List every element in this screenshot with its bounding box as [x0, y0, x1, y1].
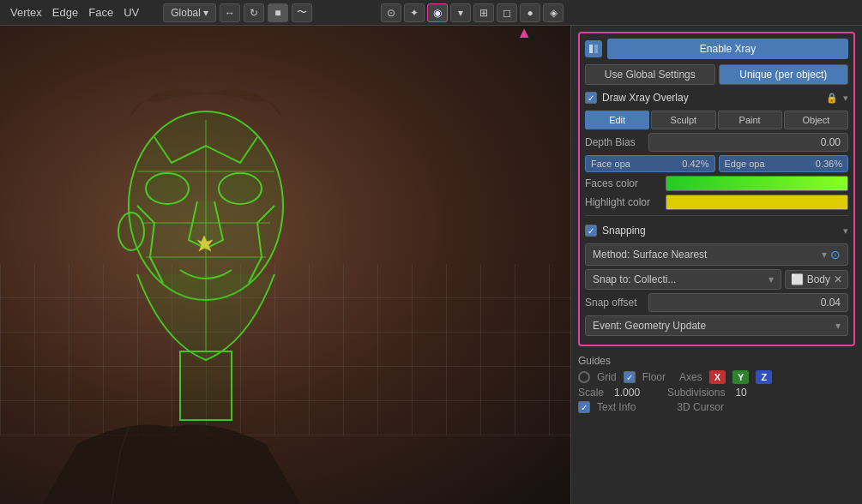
- floor-checkbox[interactable]: ✓: [624, 371, 636, 383]
- menu-face[interactable]: Face: [85, 4, 117, 21]
- floor-label: Floor: [642, 371, 666, 383]
- body-icon: ⬜: [791, 273, 804, 285]
- body-close-button[interactable]: ✕: [834, 273, 842, 285]
- enable-xray-button[interactable]: Enable Xray: [607, 39, 848, 59]
- menu-uv[interactable]: UV: [120, 4, 142, 21]
- axis-y-button[interactable]: Y: [732, 370, 749, 384]
- snapping-header: ✓ Snapping ▾: [585, 221, 848, 240]
- divider-1: [585, 215, 848, 216]
- axis-z-button[interactable]: Z: [756, 370, 772, 384]
- axes-label: Axes: [679, 371, 702, 383]
- sphere-icon[interactable]: ●: [520, 3, 540, 22]
- face-opa-value: 0.42%: [682, 159, 708, 169]
- global-unique-row: Use Global Settings Unique (per object): [585, 64, 848, 85]
- svg-point-4: [118, 213, 144, 250]
- view-icon[interactable]: ◻: [497, 3, 517, 22]
- text-info-checkbox[interactable]: ✓: [578, 401, 590, 413]
- character-bg: [0, 0, 575, 504]
- toolbar-left: Vertex Edge Face UV: [0, 4, 149, 21]
- svg-rect-6: [594, 45, 598, 53]
- snapping-title: Snapping: [602, 225, 838, 237]
- highlight-color-row: Highlight color: [585, 195, 848, 210]
- highlight-color-swatch[interactable]: [666, 195, 848, 210]
- toolbar: Vertex Edge Face UV Global ▾ ↔ ↻ ■ 〜 ⊙ ✦…: [0, 0, 862, 26]
- snap-offset-label: Snap offset: [585, 297, 645, 309]
- edge-opa-label: Edge opa: [725, 159, 765, 169]
- overlay-panel: Enable Xray Use Global Settings Unique (…: [578, 32, 855, 346]
- axis-x-button[interactable]: X: [709, 370, 726, 384]
- depth-bias-label: Depth Bias: [585, 136, 645, 148]
- text-info-label: Text Info: [597, 401, 636, 413]
- arrow-indicator: ▲: [516, 24, 532, 42]
- cursor-label: 3D Cursor: [677, 401, 724, 413]
- color-picker-icon[interactable]: ■: [268, 3, 288, 22]
- depth-bias-value[interactable]: 0.00: [648, 133, 848, 152]
- grid-label: Grid: [597, 371, 617, 383]
- grid-icon[interactable]: ⊞: [473, 3, 494, 22]
- edge-opa-field[interactable]: Edge opa 0.36%: [719, 155, 849, 172]
- depth-bias-row: Depth Bias 0.00: [585, 133, 848, 152]
- draw-xray-header: ✓ Draw Xray Overlay 🔒 ▾: [585, 88, 848, 107]
- menu-vertex[interactable]: Vertex: [7, 4, 45, 21]
- magnet-icon[interactable]: ✦: [404, 3, 425, 22]
- render-icon[interactable]: ◈: [543, 3, 564, 22]
- guides-row-2: Scale 1.000 Subdivisions 10: [578, 387, 855, 399]
- overlay-icon[interactable]: ◉: [427, 3, 448, 22]
- snap-to-row: Snap to: Collecti... ▾ ⬜ Body ✕: [585, 269, 848, 290]
- mode-tabs: Edit Sculpt Paint Object: [585, 111, 848, 129]
- faces-color-swatch[interactable]: [666, 176, 848, 191]
- camera-icon[interactable]: ⊙: [381, 3, 401, 22]
- edge-opa-value: 0.36%: [816, 159, 842, 169]
- opacity-row: Face opa 0.42% Edge opa 0.36%: [585, 155, 848, 172]
- shading-dropdown[interactable]: ▾: [450, 3, 471, 22]
- method-dropdown[interactable]: Method: Surface Nearest ▾ ⊙: [585, 243, 848, 266]
- method-label: Method: Surface Nearest: [593, 249, 707, 261]
- tab-object[interactable]: Object: [784, 111, 848, 129]
- svg-point-2: [219, 173, 262, 204]
- tab-edit[interactable]: Edit: [585, 111, 649, 129]
- face-opa-label: Face opa: [591, 159, 630, 169]
- global-dropdown[interactable]: Global ▾: [163, 3, 216, 22]
- snap-offset-value[interactable]: 0.04: [648, 293, 848, 312]
- viewport: [0, 0, 575, 504]
- wave-icon[interactable]: 〜: [292, 3, 312, 22]
- rotate-icon[interactable]: ↻: [244, 3, 264, 22]
- menu-edge[interactable]: Edge: [49, 4, 81, 21]
- face-opa-field[interactable]: Face opa 0.42%: [585, 155, 715, 172]
- enable-xray-row: Enable Xray: [585, 39, 848, 59]
- subdivisions-label: Subdivisions: [667, 387, 725, 399]
- snap-to-dropdown[interactable]: Snap to: Collecti... ▾: [585, 269, 781, 290]
- draw-xray-checkbox[interactable]: ✓: [585, 92, 597, 104]
- faces-color-label: Faces color: [585, 177, 662, 189]
- body-svg: [43, 375, 300, 504]
- snapping-section: ✓ Snapping ▾ Method: Surface Nearest ▾ ⊙…: [585, 221, 848, 336]
- unique-per-object-button[interactable]: Unique (per object): [719, 64, 849, 85]
- subdivisions-value: 10: [735, 387, 746, 399]
- snapping-checkbox[interactable]: ✓: [585, 225, 597, 237]
- snapping-chevron[interactable]: ▾: [843, 225, 848, 237]
- xray-icon: [585, 40, 602, 57]
- snap-offset-row: Snap offset 0.04: [585, 293, 848, 312]
- tab-paint[interactable]: Paint: [718, 111, 782, 129]
- method-arrow: ▾: [822, 249, 827, 261]
- tab-sculpt[interactable]: Sculpt: [651, 111, 715, 129]
- scale-label: Scale: [578, 387, 604, 399]
- guides-row-3: ✓ Text Info 3D Cursor: [578, 401, 855, 413]
- grid-circle[interactable]: [578, 371, 590, 383]
- event-dropdown[interactable]: Event: Geometry Update ▾: [585, 315, 848, 336]
- guides-row-1: Grid ✓ Floor Axes X Y Z: [578, 370, 855, 384]
- method-icon: ⊙: [830, 248, 841, 261]
- snap-to-label: Snap to: Collecti...: [593, 273, 676, 285]
- faces-color-row: Faces color: [585, 176, 848, 191]
- right-panel: Viewport Overlays Enable Xray Use Global…: [570, 0, 862, 504]
- svg-rect-5: [589, 45, 593, 53]
- event-arrow: ▾: [835, 320, 841, 332]
- lock-icon: 🔒: [826, 93, 838, 104]
- body-label: Body: [807, 273, 830, 285]
- transform-icon[interactable]: ↔: [220, 3, 240, 22]
- guides-title: Guides: [578, 355, 855, 367]
- draw-xray-title: Draw Xray Overlay: [602, 92, 821, 104]
- chevron-icon[interactable]: ▾: [843, 93, 848, 104]
- scale-value: 1.000: [614, 387, 640, 399]
- use-global-button[interactable]: Use Global Settings: [585, 64, 715, 85]
